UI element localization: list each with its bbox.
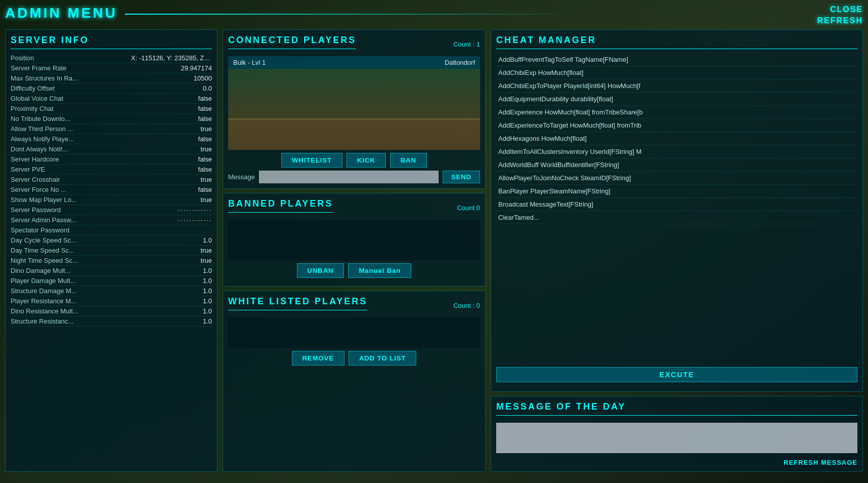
cheat-item[interactable]: AddExperience HowMuch[float] fromTribeSh… (496, 106, 857, 119)
info-label: Dino Damage Mult... (11, 267, 71, 274)
message-label: Message (228, 173, 255, 181)
info-value: false (198, 166, 212, 173)
info-row: Server Password············ (11, 205, 212, 215)
info-value: 1.0 (203, 236, 212, 244)
info-value: 1.0 (203, 287, 212, 295)
right-col: CHEAT MANAGER AddBuffPreventTagToSelf Ta… (491, 29, 863, 472)
cheat-item[interactable]: AddEquipmentDurability durability[float] (496, 93, 857, 106)
whitelist-count: Count : 0 (453, 302, 480, 309)
connected-players-header: CONNECTED PLAYERS Count : 1 (228, 35, 480, 53)
info-row: Server Force No ...false (11, 185, 212, 195)
cheat-item[interactable]: AddChibiExp HowMuch[float] (496, 66, 857, 79)
info-label: Always Notify Playe... (11, 135, 74, 143)
message-row: Message SEND (228, 171, 480, 183)
info-label: Dino Resistance Mult... (11, 307, 78, 315)
message-input[interactable] (259, 171, 439, 183)
info-row: Show Map Player Lo...true (11, 195, 212, 205)
manual-ban-button[interactable]: Manual Ban (348, 263, 411, 278)
close-button[interactable]: CLOSE (830, 5, 863, 14)
cheat-item[interactable]: Broadcast MessageText[FString] (496, 198, 857, 211)
info-row: Structure Damage M...1.0 (11, 286, 212, 296)
cheat-item[interactable]: AddHexagons HowMuch[float] (496, 132, 857, 145)
info-value: ············ (178, 216, 212, 224)
cheat-item[interactable]: AddWorldBuff WorldBuffIdentifier[FString… (496, 158, 857, 172)
info-value: 0.0 (203, 85, 212, 92)
cheat-manager-panel: CHEAT MANAGER AddBuffPreventTagToSelf Ta… (491, 29, 863, 392)
player-list: Bulk - Lvl 1 Daltondorf (228, 56, 480, 150)
banned-players-header: BANNED PLAYERS Count 0 (228, 198, 480, 217)
info-label: Structure Resistanc... (11, 317, 73, 325)
info-label: Server Hardcore (11, 155, 59, 163)
info-row: Night Time Speed Sc...true (11, 256, 212, 266)
table-row[interactable]: Bulk - Lvl 1 Daltondorf (228, 56, 480, 69)
connected-count: Count : 1 (453, 41, 480, 48)
info-value: false (198, 186, 212, 193)
info-row: Max Structures In Ra...10500 (11, 73, 212, 84)
cheat-item[interactable]: ClearTamed... (496, 211, 857, 224)
info-label: Night Time Speed Sc... (11, 257, 78, 264)
cheat-item[interactable]: AddItemToAllClustersInventory UserId[FSt… (496, 145, 857, 158)
info-label: Allow Third Person ... (11, 125, 73, 133)
cheat-item[interactable]: BanPlayer PlayerSteamName[FString] (496, 185, 857, 198)
middle-col: CONNECTED PLAYERS Count : 1 Bulk - Lvl 1… (223, 29, 486, 472)
admin-menu-title: ADMIN MENU (5, 5, 580, 21)
info-label: Position (11, 54, 34, 62)
info-label: Difficulty Offset (11, 85, 55, 92)
info-label: Day Cycle Speed Sc... (11, 236, 76, 244)
refresh-button[interactable]: REFRESH (817, 16, 863, 25)
refresh-message-button[interactable]: REFRESH MESSAGE (784, 459, 857, 466)
info-label: Player Damage Mult... (11, 277, 76, 285)
info-row: Global Voice Chatfalse (11, 94, 212, 104)
whitelist-button[interactable]: WHITELIST (281, 153, 342, 168)
info-row: Difficulty Offset0.0 (11, 84, 212, 94)
info-value: true (201, 196, 212, 204)
info-label: Server Admin Passw... (11, 216, 76, 224)
unban-button[interactable]: UNBAN (297, 263, 344, 278)
cheat-item[interactable]: AddBuffPreventTagToSelf TagName[FName] (496, 53, 857, 66)
player-tribe: Daltondorf (445, 59, 475, 66)
motd-panel: MESSAGE OF THE DAY REFRESH MESSAGE (491, 396, 863, 472)
info-label: Server PVE (11, 166, 45, 173)
info-value: false (198, 155, 212, 163)
info-label: Server Force No ... (11, 186, 66, 193)
whitelist-title: WHITE LISTED PLAYERS (228, 296, 367, 310)
info-row: Always Notify Playe...false (11, 134, 212, 144)
add-to-list-button[interactable]: ADD TO LIST (349, 351, 416, 366)
info-value: true (201, 247, 212, 254)
motd-title: MESSAGE OF THE DAY (496, 401, 857, 416)
info-value: 29.947174 (181, 64, 212, 72)
execute-button[interactable]: EXCUTE (496, 367, 857, 382)
info-label: Server Crosshair (11, 176, 60, 183)
cheat-item[interactable]: AddExperienceToTarget HowMuch[float] fro… (496, 119, 857, 132)
info-row: Server Hardcorefalse (11, 154, 212, 165)
remove-button[interactable]: REMOVE (292, 351, 344, 366)
send-button[interactable]: SEND (443, 171, 480, 183)
info-value: 1.0 (203, 317, 212, 325)
cheat-item[interactable]: AddChibiExpToPlayer PlayerId[int64] HowM… (496, 79, 857, 93)
server-info-panel: SERVER INFO PositionX: -115126, Y: 23528… (5, 29, 218, 472)
kick-button[interactable]: KICK (346, 153, 386, 168)
header-buttons: CLOSE REFRESH (817, 5, 863, 25)
info-row: Player Resistance M...1.0 (11, 296, 212, 306)
cheat-item[interactable]: AllowPlayerToJoinNoCheck SteamID[FString… (496, 172, 857, 185)
banned-players-panel: BANNED PLAYERS Count 0 UNBAN Manual Ban (223, 193, 486, 287)
info-value: 1.0 (203, 277, 212, 285)
info-label: Max Structures In Ra... (11, 74, 78, 82)
info-label: Structure Damage M... (11, 287, 77, 295)
info-label: Server Password (11, 206, 61, 214)
info-label: Player Resistance M... (11, 297, 76, 305)
whitelist-action-buttons: REMOVE ADD TO LIST (228, 351, 480, 366)
motd-input[interactable] (496, 423, 857, 453)
info-row: No Tribute Downlo...false (11, 114, 212, 124)
game-scene (228, 69, 480, 150)
info-row: Allow Third Person ...true (11, 124, 212, 134)
ban-button[interactable]: BAN (390, 153, 427, 168)
info-row: Spectator Password (11, 225, 212, 235)
player-action-buttons: WHITELIST KICK BAN (228, 153, 480, 168)
whitelist-list (228, 317, 480, 348)
info-value: ············ (178, 206, 212, 214)
connected-players-title: CONNECTED PLAYERS (228, 35, 356, 49)
info-label: Proximity Chat (11, 105, 54, 112)
connected-players-panel: CONNECTED PLAYERS Count : 1 Bulk - Lvl 1… (223, 29, 486, 189)
info-value: true (201, 257, 212, 264)
